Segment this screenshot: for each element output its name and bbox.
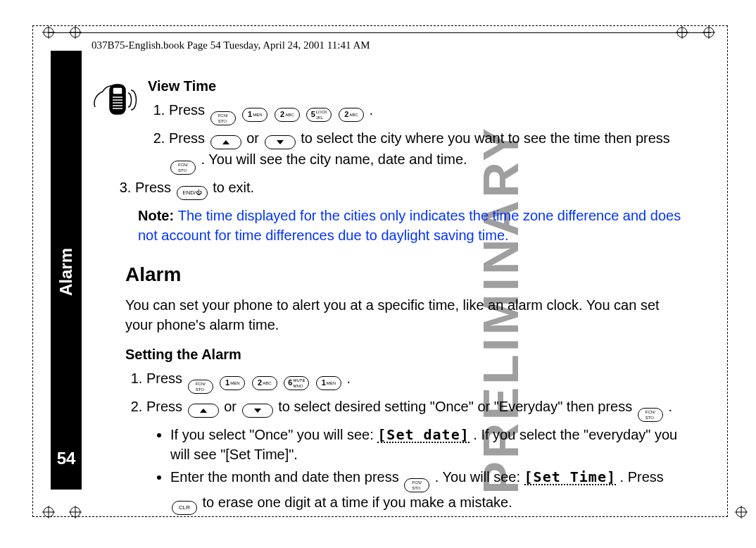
lcd-set-time: [Set Time] — [524, 470, 616, 485]
text: to erase one digit at a time if you make… — [203, 494, 512, 510]
view-time-step-3: Press END/⏻ to exit. — [135, 178, 688, 200]
five-key-icon: 5LOCKJKL — [306, 108, 332, 122]
view-time-step-1: Press FCN/STO 1MEN 2ABC 5LOCKJKL 2ABC . — [169, 100, 688, 125]
text: to exit. — [213, 180, 254, 195]
text: Press — [146, 370, 187, 386]
fcn-sto-key-icon: FCN/STO — [188, 380, 213, 394]
fcn-sto-key-icon: FCN/STO — [210, 111, 236, 125]
svg-marker-31 — [254, 409, 261, 413]
fcn-sto-key-icon: FCN/STO — [170, 161, 196, 175]
text: Press — [169, 130, 209, 146]
svg-rect-22 — [113, 87, 122, 94]
text: . You will see the city name, date and t… — [201, 151, 467, 167]
text: Enter the month and date then press — [170, 469, 403, 485]
two-key-icon: 2ABC — [275, 108, 300, 122]
svg-marker-30 — [200, 409, 207, 413]
view-time-steps: Press FCN/STO 1MEN 2ABC 5LOCKJKL 2ABC . … — [125, 100, 688, 200]
setting-alarm-substeps: If you select "Once" you will see: [Set … — [146, 425, 688, 515]
view-time-heading: View Time — [148, 76, 688, 96]
two-key-icon: 2ABC — [339, 108, 364, 122]
text: or — [224, 399, 240, 414]
spine: Alarm 54 — [51, 51, 82, 490]
note-label: Note: — [138, 208, 178, 223]
spine-page-number: 54 — [51, 449, 82, 468]
text: . — [347, 370, 351, 386]
six-key-icon: 6MUTEMNO — [284, 376, 309, 390]
setting-alarm-bullet-2: Enter the month and date then press FCN/… — [170, 467, 688, 515]
one-key-icon: 1MEN — [242, 108, 267, 122]
svg-marker-29 — [277, 140, 284, 144]
view-time-step-2: Press or to select the city where you wa… — [169, 128, 688, 175]
text: to select the city where you want to see… — [301, 130, 670, 146]
one-key-icon: 1MEN — [316, 376, 341, 390]
one-key-icon: 1MEN — [220, 376, 245, 390]
body-text: View Time Press FCN/STO 1MEN 2ABC 5LOCKJ… — [125, 76, 688, 518]
text: Press — [135, 180, 175, 195]
text: . Press — [620, 469, 664, 485]
up-arrow-key-icon — [210, 135, 241, 149]
fcn-sto-key-icon: FCN/STO — [638, 408, 663, 422]
spine-section-label: Alarm — [56, 248, 76, 296]
page: 037B75-English.book Page 54 Tuesday, Apr… — [0, 0, 756, 548]
setting-alarm-step-1: Press FCN/STO 1MEN 2ABC 6MUTEMNO 1MEN . — [146, 368, 688, 394]
fcn-sto-key-icon: FCN/STO — [404, 478, 429, 492]
setting-alarm-step-2: Press or to select desired setting "Once… — [146, 397, 688, 515]
alarm-heading: Alarm — [125, 261, 688, 288]
two-key-icon: 2ABC — [252, 376, 277, 390]
text: Press — [169, 102, 209, 118]
text: If you select "Once" you will see: — [170, 427, 377, 442]
lcd-set-date: [Set date] — [377, 428, 469, 443]
text: Press — [146, 399, 187, 414]
end-key-icon: END/⏻ — [177, 186, 208, 200]
note-body: The time displayed for the cities only i… — [138, 208, 681, 243]
setting-alarm-bullet-1: If you select "Once" you will see: [Set … — [170, 425, 688, 464]
text: . — [370, 102, 374, 118]
down-arrow-key-icon — [242, 404, 273, 418]
up-arrow-key-icon — [188, 404, 219, 418]
setting-alarm-heading: Setting the Alarm — [125, 344, 688, 364]
register-mark-icon — [735, 506, 748, 518]
down-arrow-key-icon — [265, 135, 296, 149]
svg-marker-28 — [222, 140, 229, 144]
clr-key-icon: CLR — [172, 501, 197, 515]
setting-alarm-steps: Press FCN/STO 1MEN 2ABC 6MUTEMNO 1MEN . … — [125, 368, 688, 515]
text: . — [668, 399, 672, 414]
text: to select desired setting "Once" or "Eve… — [278, 399, 636, 414]
alarm-intro: You can set your phone to alert you at a… — [125, 295, 688, 335]
text: . You will see: — [435, 469, 520, 485]
view-time-note: Note: The time displayed for the cities … — [138, 206, 688, 245]
text: or — [246, 130, 263, 146]
